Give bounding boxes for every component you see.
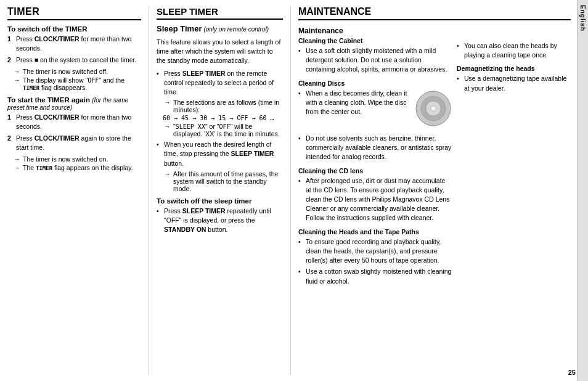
- discs-title: Cleaning Discs: [298, 80, 452, 87]
- sleep-switch-off-item: • Press SLEEP TIMER repeatedly until "OF…: [157, 207, 283, 235]
- maintenance-column: MAINTENANCE Maintenance Cleaning the Cab…: [291, 6, 571, 375]
- cabinet-bullet: • Use a soft cloth slightly moistened wi…: [298, 46, 452, 75]
- sleep-arrow-1: → The selections are as follows (time in…: [164, 99, 283, 113]
- timer-header: TIMER: [7, 6, 141, 20]
- start-step-1: 1 Press CLOCK/TIMER for more than two se…: [7, 113, 141, 131]
- heads-bullet-1: • To ensure good recording and playback …: [298, 237, 452, 266]
- start-step-2: 2 Press CLOCK/TIMER again to store the s…: [7, 134, 141, 152]
- heads-title: Cleaning the Heads and the Tape Paths: [298, 228, 452, 236]
- heads-bullet-2: • Use a cotton swab slightly moistened w…: [298, 267, 452, 285]
- sleep-bullet-item-2: • When you reach the desired length of t…: [157, 140, 283, 168]
- arrow-timer-on-2: → The TIMER flag appears on the display.: [14, 164, 141, 171]
- arrow-timer-on-1: → The timer is now switched on.: [14, 155, 141, 163]
- switch-off-steps: 1 Press CLOCK/TIMER for more than two se…: [7, 35, 141, 65]
- switch-off-timer-title: To switch off the TIMER: [7, 25, 141, 33]
- arrow-timer-off-1: → The timer is now switched off.: [14, 68, 141, 75]
- cd-lens-title: Cleaning the CD lens: [298, 167, 452, 174]
- maintenance-right: • You can also clean the heads by playin…: [457, 24, 571, 288]
- sleep-timer-column: SLEEP TIMER Sleep Timer (only on remote …: [149, 6, 291, 375]
- sleep-arrow-2: → "SLEEP XX" or "OFF" will be displayed.…: [164, 123, 283, 137]
- language-tab: English: [577, 0, 588, 381]
- cd-lens-bullet: • After prolonged use, dirt or dust may …: [298, 176, 452, 223]
- demagnetizing-title: Demagnetizing the heads: [457, 65, 571, 72]
- disc-bullet-1: •: [298, 89, 452, 132]
- demagnetizing-bullet: • Use a demagnetizing tape available at …: [457, 74, 571, 92]
- step-2: 2 Press ■ on the system to cancel the ti…: [7, 55, 141, 65]
- maintenance-left: Maintenance Cleaning the Cabinet • Use a…: [298, 24, 452, 288]
- start-again-title: To start the TIMER again (for the same p…: [7, 96, 141, 111]
- cabinet-title: Cleaning the Cabinet: [298, 37, 452, 44]
- page-number: 25: [568, 369, 576, 376]
- sleep-switch-off-bullet: • Press SLEEP TIMER repeatedly until "OF…: [157, 207, 283, 235]
- step-1: 1 Press CLOCK/TIMER for more than two se…: [7, 35, 141, 53]
- maintenance-header: MAINTENANCE: [298, 6, 571, 20]
- sleep-sub-arrow-1: → After this amount of time passes, the …: [164, 170, 283, 192]
- sleep-timer-intro: This feature allows you to select a leng…: [157, 38, 283, 66]
- timer-column: TIMER To switch off the TIMER 1 Press CL…: [7, 6, 149, 375]
- sleep-bullet-1: • Press SLEEP TIMER on the remote contro…: [157, 69, 283, 97]
- sleep-timer-header: SLEEP TIMER: [157, 6, 283, 20]
- sleep-timer-title-line: Sleep Timer (only on remote control): [157, 23, 283, 35]
- disc-illustration: [415, 90, 452, 129]
- sleep-bullet-2: • When you reach the desired length of t…: [157, 140, 283, 168]
- sleep-bullet-item-1: • Press SLEEP TIMER on the remote contro…: [157, 69, 283, 97]
- time-sequence: 60 → 45 → 30 → 15 → OFF → 60 …: [163, 115, 283, 121]
- arrow-timer-off-2: → The display will show "OFF" and the TI…: [14, 76, 141, 91]
- maintenance-two-col: Maintenance Cleaning the Cabinet • Use a…: [298, 24, 571, 288]
- right-bullet-1: • You can also clean the heads by playin…: [457, 41, 571, 60]
- start-again-steps: 1 Press CLOCK/TIMER for more than two se…: [7, 113, 141, 153]
- disc-bullet-2: • Do not use solvents such as benzine, t…: [298, 134, 452, 162]
- sleep-switch-off-title: To switch off the sleep timer: [157, 197, 283, 205]
- maintenance-title: Maintenance: [298, 27, 452, 35]
